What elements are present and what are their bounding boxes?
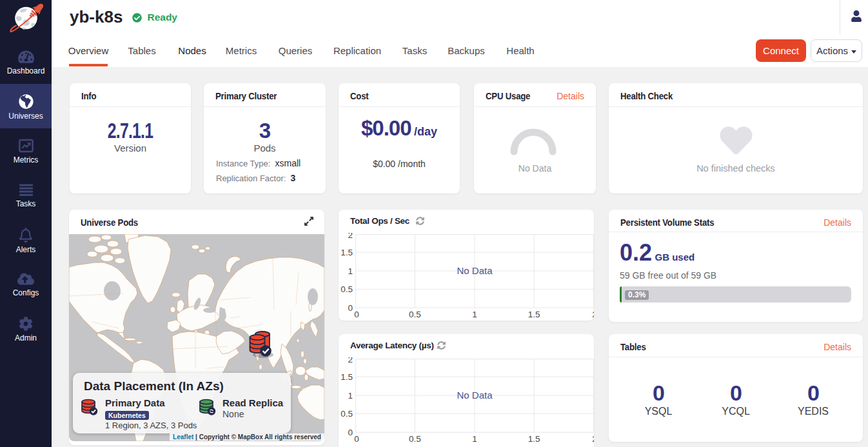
svg-text:1.5: 1.5 xyxy=(340,248,353,257)
svg-text:No Data: No Data xyxy=(457,390,493,401)
svg-text:0: 0 xyxy=(354,434,359,444)
svg-text:1.5: 1.5 xyxy=(528,310,540,319)
svg-text:0.5: 0.5 xyxy=(340,284,353,294)
svg-text:2: 2 xyxy=(348,233,353,240)
svg-text:0.5: 0.5 xyxy=(409,310,421,319)
svg-text:0: 0 xyxy=(354,310,359,319)
svg-text:0: 0 xyxy=(348,428,353,437)
svg-text:1.5: 1.5 xyxy=(528,434,540,444)
svg-text:No Data: No Data xyxy=(457,265,493,276)
svg-text:0.5: 0.5 xyxy=(340,409,353,419)
svg-text:2: 2 xyxy=(592,434,594,444)
svg-text:1.5: 1.5 xyxy=(340,372,353,382)
svg-text:2: 2 xyxy=(592,310,594,319)
svg-text:1: 1 xyxy=(348,266,353,276)
svg-text:1: 1 xyxy=(472,310,477,319)
svg-text:2: 2 xyxy=(348,357,353,364)
svg-text:1: 1 xyxy=(348,391,353,401)
svg-text:0.5: 0.5 xyxy=(409,434,421,444)
svg-text:0: 0 xyxy=(348,303,353,313)
svg-text:1: 1 xyxy=(472,434,477,444)
